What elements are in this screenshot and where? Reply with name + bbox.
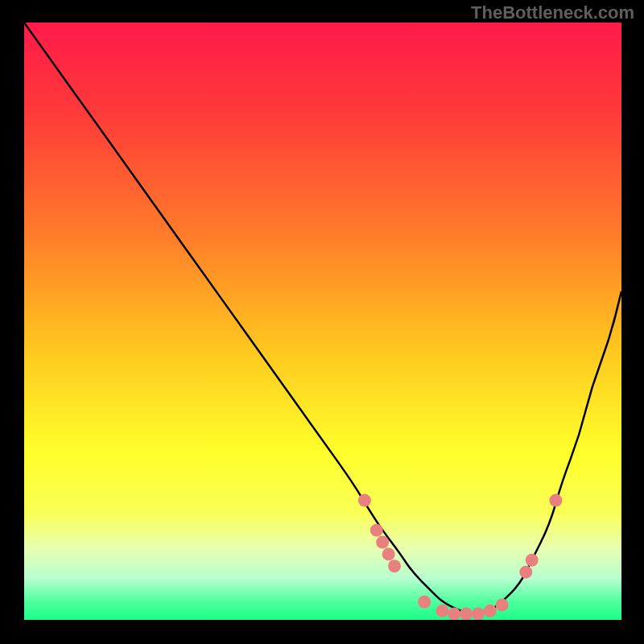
data-marker — [388, 559, 401, 572]
data-marker — [460, 608, 473, 620]
data-marker — [484, 605, 497, 617]
chart-overlay — [24, 23, 621, 620]
chart-container: TheBottleneck.com — [0, 0, 644, 644]
data-marker — [376, 536, 389, 549]
data-marker — [418, 596, 431, 609]
data-marker — [436, 605, 448, 617]
data-marker — [519, 566, 532, 579]
markers-group — [358, 494, 562, 620]
watermark-text: TheBottleneck.com — [471, 2, 634, 23]
data-marker — [370, 524, 383, 537]
data-marker — [526, 554, 539, 567]
data-marker — [358, 494, 371, 507]
data-marker — [382, 547, 395, 560]
data-marker — [472, 608, 485, 620]
plot-area — [24, 23, 621, 620]
data-marker — [496, 598, 509, 611]
bottleneck-curve — [24, 23, 621, 613]
data-marker — [448, 608, 460, 620]
data-marker — [549, 494, 562, 507]
